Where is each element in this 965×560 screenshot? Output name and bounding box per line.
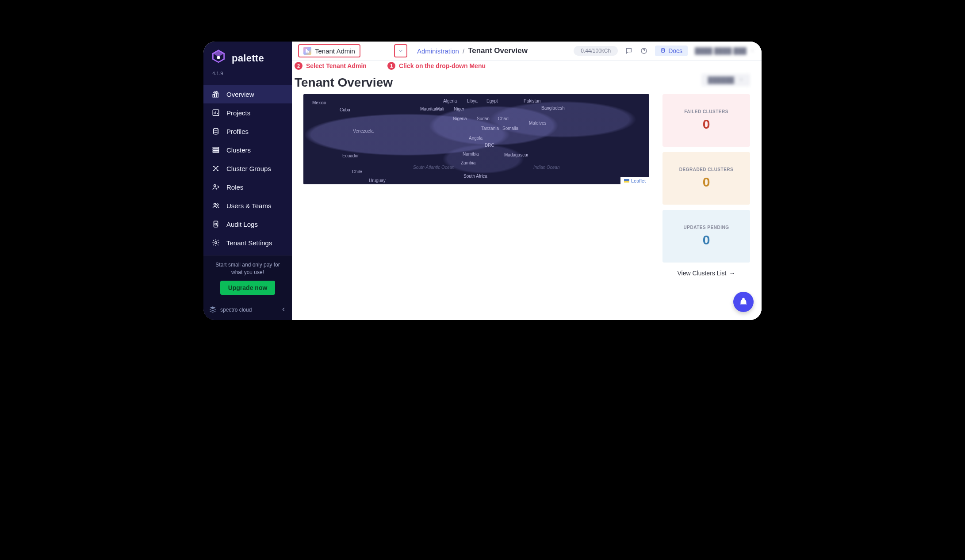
content: Tenant Overview ██████ Mexico Cuba Venez… — [292, 61, 762, 320]
docs-button[interactable]: Docs — [655, 46, 688, 56]
svg-rect-18 — [307, 50, 308, 53]
sidebar-item-roles[interactable]: Roles — [203, 178, 292, 196]
ukraine-flag-icon — [624, 179, 629, 183]
docs-icon — [660, 47, 666, 54]
sidebar-item-users-teams[interactable]: Users & Teams — [203, 196, 292, 215]
map-label: Pakistan — [524, 99, 540, 103]
sidebar-item-label: Audit Logs — [226, 221, 258, 228]
clusters-icon — [211, 145, 220, 154]
degraded-clusters-card[interactable]: DEGRADED CLUSTERS 0 — [662, 152, 750, 205]
map-ocean-label: Indian Ocean — [533, 165, 560, 170]
sidebar-nav: Overview Projects Profiles Clusters Clus… — [203, 81, 292, 255]
sidebar-item-label: Overview — [226, 91, 254, 98]
svg-rect-14 — [214, 221, 218, 227]
sidebar-item-label: Roles — [226, 183, 243, 191]
topbar-right: 0.44/100kCh Docs ████ ████ ███ — [574, 46, 754, 56]
profiles-icon — [211, 127, 220, 136]
upgrade-button[interactable]: Upgrade now — [220, 281, 276, 295]
app-window: palette 4.1.9 Overview Projects Profiles… — [203, 42, 762, 320]
breadcrumb-leaf: Tenant Overview — [468, 46, 528, 55]
help-icon[interactable] — [640, 47, 648, 55]
sidebar-item-label: Projects — [226, 109, 250, 117]
sidebar-item-overview[interactable]: Overview — [203, 85, 292, 103]
map-label: Libya — [467, 99, 478, 103]
sidebar-footer: spectro cloud — [203, 301, 292, 320]
map-label: Cuba — [340, 107, 350, 112]
brand-logo-icon — [211, 50, 226, 67]
sidebar-item-audit-logs[interactable]: Audit Logs — [203, 215, 292, 233]
svg-point-2 — [214, 128, 218, 130]
svg-rect-3 — [213, 147, 219, 149]
scope-tenant-icon — [303, 47, 311, 55]
stat-value: 0 — [703, 232, 710, 248]
breadcrumb-root[interactable]: Administration — [417, 47, 459, 55]
spectro-logo-icon — [209, 305, 217, 315]
map-label: DRC — [485, 143, 494, 148]
stat-label: UPDATES PENDING — [684, 225, 729, 230]
map-label: Algeria — [443, 99, 457, 103]
app-version: 4.1.9 — [203, 71, 292, 81]
map-attribution: Leaflet — [620, 177, 649, 184]
world-map[interactable]: Mexico Cuba Venezuela Ecuador Chile Urug… — [303, 94, 649, 184]
scope-selector-group: Tenant Admin — [298, 44, 407, 57]
view-clusters-label: View Clusters List — [677, 270, 726, 277]
scope-dropdown-button[interactable] — [394, 44, 407, 57]
svg-point-11 — [214, 185, 216, 187]
annotation-step-2: 2 Select Tenant Admin — [295, 62, 367, 70]
annotation-text: Select Tenant Admin — [306, 62, 367, 69]
map-label: Chad — [498, 116, 509, 121]
tenant-settings-icon — [211, 238, 220, 247]
map-label: Maldives — [529, 121, 546, 126]
map-label: Venezuela — [353, 129, 374, 133]
updates-pending-card[interactable]: UPDATES PENDING 0 — [662, 210, 750, 263]
map-label: Bangladesh — [541, 106, 565, 110]
sidebar-item-profiles[interactable]: Profiles — [203, 122, 292, 141]
svg-point-16 — [215, 242, 217, 244]
chevron-down-icon — [739, 76, 744, 84]
sidebar-item-label: Profiles — [226, 128, 249, 135]
credit-balance: 0.44/100kCh — [574, 46, 618, 56]
sidebar-item-label: Users & Teams — [226, 202, 271, 210]
stat-label: DEGRADED CLUSTERS — [679, 167, 733, 172]
failed-clusters-card[interactable]: FAILED CLUSTERS 0 — [662, 94, 750, 147]
leaflet-link[interactable]: Leaflet — [631, 178, 646, 183]
arrow-right-icon: → — [729, 270, 735, 277]
map-label: Somalia — [502, 126, 518, 131]
sidebar-collapse-icon[interactable] — [280, 306, 287, 314]
breadcrumb-separator: / — [463, 47, 464, 55]
map-label: Madagascar — [504, 152, 528, 157]
sidebar-item-tenant-settings[interactable]: Tenant Settings — [203, 233, 292, 252]
map-label: Uruguay — [369, 178, 386, 183]
user-name: ████ ████ ███ — [695, 47, 747, 54]
svg-point-12 — [214, 203, 216, 206]
assistant-fab[interactable] — [733, 292, 754, 312]
svg-point-0 — [217, 56, 220, 59]
sidebar-item-clusters[interactable]: Clusters — [203, 141, 292, 159]
stat-value: 0 — [703, 117, 710, 132]
user-menu[interactable]: ████ ████ ███ — [695, 47, 754, 54]
scope-selector[interactable]: Tenant Admin — [298, 44, 360, 57]
overview-icon — [211, 90, 220, 99]
period-label: ██████ — [708, 76, 734, 84]
main: Tenant Admin Administration / Tenant Ove… — [292, 42, 762, 320]
map-label: Namibia — [463, 152, 479, 156]
annotation-text: Click on the drop-down Menu — [399, 62, 486, 69]
cluster-groups-icon — [211, 164, 220, 173]
stats-column: FAILED CLUSTERS 0 DEGRADED CLUSTERS 0 UP… — [662, 94, 750, 277]
roles-icon — [211, 183, 220, 191]
users-teams-icon — [211, 201, 220, 210]
sidebar-item-projects[interactable]: Projects — [203, 103, 292, 122]
docs-label: Docs — [668, 47, 682, 54]
sidebar-item-label: Tenant Settings — [226, 239, 272, 247]
map-label: Nigeria — [453, 116, 467, 121]
map-label: Egypt — [486, 99, 498, 103]
chat-icon[interactable] — [625, 47, 633, 55]
view-clusters-link[interactable]: View Clusters List→ — [662, 270, 750, 277]
sidebar-item-cluster-groups[interactable]: Cluster Groups — [203, 159, 292, 178]
map-label: Tanzania — [481, 126, 499, 131]
annotation-badge: 2 — [295, 62, 303, 70]
annotation-badge: 1 — [387, 62, 395, 70]
svg-rect-4 — [213, 149, 219, 151]
map-label: Ecuador — [342, 153, 359, 158]
period-select[interactable]: ██████ — [701, 74, 750, 86]
